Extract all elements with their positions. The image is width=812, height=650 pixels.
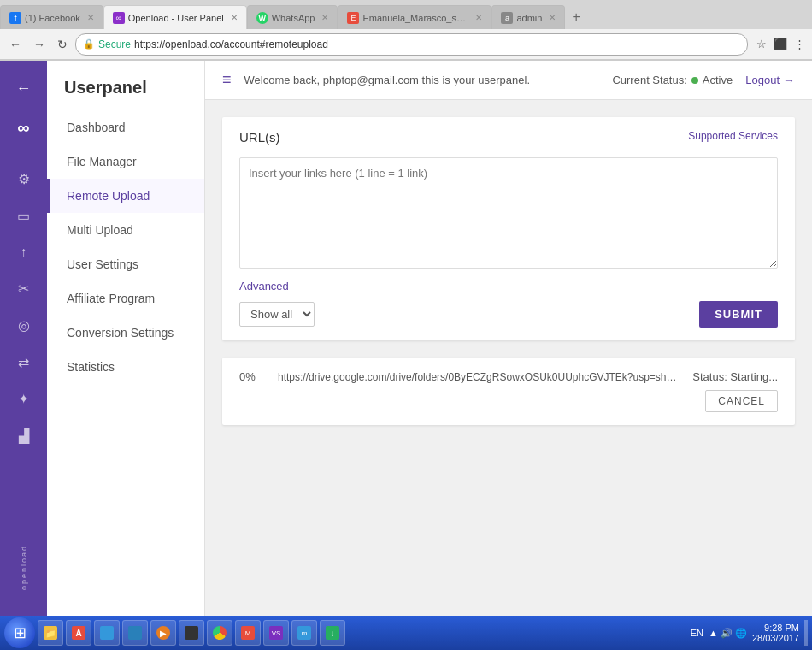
nav-icons: ☆ ⬛ ⋮ bbox=[755, 36, 807, 52]
url-panel-top: URL(s) Supported Services bbox=[239, 130, 778, 149]
hamburger-icon[interactable]: ≡ bbox=[222, 71, 232, 89]
start-button[interactable]: ⊞ bbox=[4, 618, 35, 648]
url-panel: URL(s) Supported Services Advanced Show … bbox=[222, 117, 795, 340]
progress-panel: 0% https://drive.google.com/drive/folder… bbox=[222, 358, 795, 425]
sidebar-sliders-icon[interactable]: ⚙ bbox=[0, 161, 47, 198]
address-bar[interactable] bbox=[134, 38, 740, 50]
back-button[interactable]: ← bbox=[5, 36, 26, 53]
taskbar-app-explorer[interactable]: 📁 bbox=[38, 620, 63, 646]
sidebar-brand: openload bbox=[20, 536, 28, 599]
reload-button[interactable]: ↻ bbox=[53, 36, 72, 53]
advanced-link[interactable]: Advanced bbox=[239, 280, 289, 292]
taskbar-app-blue2[interactable] bbox=[122, 620, 148, 646]
supported-services-link[interactable]: Supported Services bbox=[688, 130, 778, 142]
sidebar-scissors-icon[interactable]: ✂ bbox=[0, 270, 47, 307]
taskbar: ⊞ 📁 A ▶ M VS m ↓ EN ▲ 🔊 🌐 9:28 PM 28/03/… bbox=[0, 616, 812, 650]
address-bar-wrap: 🔒 Secure bbox=[75, 33, 748, 56]
taskbar-app-acrobat[interactable]: A bbox=[66, 620, 91, 646]
taskbar-date: 28/03/2017 bbox=[752, 633, 799, 643]
lock-icon: 🔒 bbox=[83, 38, 95, 50]
tab-emanuela[interactable]: E Emanuela_Marasco_sm... ✕ bbox=[338, 5, 491, 29]
progress-url: https://drive.google.com/drive/folders/0… bbox=[278, 371, 680, 383]
new-tab-button[interactable]: + bbox=[565, 5, 586, 29]
sidebar-user-icon[interactable]: ◎ bbox=[0, 307, 47, 344]
taskbar-tray-icons: ▲ 🔊 🌐 bbox=[709, 628, 747, 639]
status-section: Current Status: Active Logout → bbox=[612, 74, 795, 87]
url-textarea[interactable] bbox=[239, 157, 778, 269]
nav-item-conversion-settings[interactable]: Conversion Settings bbox=[47, 316, 204, 350]
sidebar-upload-icon[interactable]: ↑ bbox=[0, 234, 47, 270]
sidebar-back-icon[interactable]: ← bbox=[0, 69, 47, 108]
tab-whatsapp-close[interactable]: ✕ bbox=[321, 13, 328, 22]
taskbar-app-chrome[interactable] bbox=[207, 620, 232, 646]
tab-openload-label: Openload - User Panel bbox=[128, 13, 224, 23]
logout-arrow-icon: → bbox=[783, 74, 795, 87]
forward-button[interactable]: → bbox=[29, 36, 50, 53]
taskbar-app-matlab[interactable]: M bbox=[235, 620, 261, 646]
tab-admin-close[interactable]: ✕ bbox=[549, 13, 556, 22]
main-layout: ← ∞ ⚙ ▭ ↑ ✂ ◎ ⇄ ✦ ▟ openload Userpanel D… bbox=[0, 61, 812, 616]
nav-item-multi-upload[interactable]: Multi Upload bbox=[47, 213, 204, 247]
tab-openload-close[interactable]: ✕ bbox=[231, 13, 238, 22]
taskbar-clock: 9:28 PM bbox=[752, 623, 799, 633]
menu-button[interactable]: ⋮ bbox=[792, 36, 807, 52]
content-header: ≡ Welcome back, phptop@gmail.com this is… bbox=[205, 61, 812, 100]
status-badge: Current Status: Active bbox=[612, 74, 733, 86]
taskbar-app-vs[interactable]: VS bbox=[263, 620, 289, 646]
status-value: Active bbox=[703, 74, 733, 86]
emanuela-favicon: E bbox=[347, 12, 359, 24]
tab-whatsapp[interactable]: W WhatsApp ✕ bbox=[247, 5, 338, 29]
sidebar: ← ∞ ⚙ ▭ ↑ ✂ ◎ ⇄ ✦ ▟ openload bbox=[0, 61, 47, 616]
sidebar-bottom: openload bbox=[20, 536, 28, 616]
progress-percent: 0% bbox=[239, 370, 265, 383]
nav-item-statistics[interactable]: Statistics bbox=[47, 350, 204, 384]
status-dot bbox=[691, 77, 698, 84]
taskbar-show-desktop[interactable] bbox=[804, 620, 808, 646]
nav-item-remote-upload[interactable]: Remote Upload bbox=[47, 179, 204, 213]
nav-item-user-settings[interactable]: User Settings bbox=[47, 247, 204, 281]
content-area: ≡ Welcome back, phptop@gmail.com this is… bbox=[205, 61, 812, 616]
taskbar-right: EN ▲ 🔊 🌐 9:28 PM 28/03/2017 bbox=[691, 620, 808, 646]
tab-facebook-label: (1) Facebook bbox=[25, 13, 80, 23]
cancel-row: CANCEL bbox=[239, 390, 778, 412]
submit-button[interactable]: SUBMIT bbox=[699, 301, 778, 328]
taskbar-app-blue3[interactable]: m bbox=[291, 620, 317, 646]
taskbar-lang: EN bbox=[691, 628, 703, 638]
browser-chrome: f (1) Facebook ✕ ∞ Openload - User Panel… bbox=[0, 0, 812, 61]
sidebar-logo-icon[interactable]: ∞ bbox=[0, 108, 47, 148]
extensions-button[interactable]: ⬛ bbox=[772, 36, 789, 52]
sidebar-share-icon[interactable]: ⇄ bbox=[0, 344, 47, 381]
taskbar-time: 9:28 PM 28/03/2017 bbox=[752, 623, 799, 643]
nav-item-file-manager[interactable]: File Manager bbox=[47, 145, 204, 179]
taskbar-app-media[interactable]: ▶ bbox=[150, 620, 176, 646]
progress-status: Status: Starting... bbox=[692, 370, 778, 383]
admin-favicon: a bbox=[501, 12, 513, 24]
bookmark-button[interactable]: ☆ bbox=[755, 36, 768, 52]
openload-favicon: ∞ bbox=[113, 12, 125, 24]
tab-emanuela-close[interactable]: ✕ bbox=[475, 13, 482, 22]
sidebar-atom-icon[interactable]: ✦ bbox=[0, 381, 47, 417]
tab-openload[interactable]: ∞ Openload - User Panel ✕ bbox=[103, 5, 247, 29]
tab-whatsapp-label: WhatsApp bbox=[272, 13, 315, 23]
logout-button[interactable]: Logout → bbox=[745, 74, 795, 87]
taskbar-app-dark[interactable] bbox=[179, 620, 204, 646]
tab-bar: f (1) Facebook ✕ ∞ Openload - User Panel… bbox=[0, 0, 812, 29]
tab-admin-label: admin bbox=[516, 13, 542, 23]
sidebar-chart-icon[interactable]: ▟ bbox=[0, 417, 47, 454]
tab-facebook-close[interactable]: ✕ bbox=[87, 13, 94, 22]
tab-admin[interactable]: a admin ✕ bbox=[491, 5, 565, 29]
sidebar-folder-icon[interactable]: ▭ bbox=[0, 198, 47, 234]
cancel-button[interactable]: CANCEL bbox=[705, 390, 778, 412]
taskbar-app-download[interactable]: ↓ bbox=[320, 620, 345, 646]
taskbar-app-blue1[interactable] bbox=[94, 620, 120, 646]
welcome-text: Welcome back, phptop@gmail.com this is y… bbox=[244, 74, 613, 86]
advanced-section: Advanced bbox=[239, 280, 778, 292]
show-all-select[interactable]: Show all bbox=[239, 302, 315, 327]
nav-item-dashboard[interactable]: Dashboard bbox=[47, 110, 204, 145]
url-panel-title: URL(s) bbox=[239, 130, 280, 145]
tab-facebook[interactable]: f (1) Facebook ✕ bbox=[0, 5, 103, 29]
status-label: Current Status: bbox=[612, 74, 686, 86]
whatsapp-favicon: W bbox=[256, 12, 268, 24]
nav-bar: ← → ↻ 🔒 Secure ☆ ⬛ ⋮ bbox=[0, 29, 812, 60]
nav-item-affiliate-program[interactable]: Affiliate Program bbox=[47, 281, 204, 316]
